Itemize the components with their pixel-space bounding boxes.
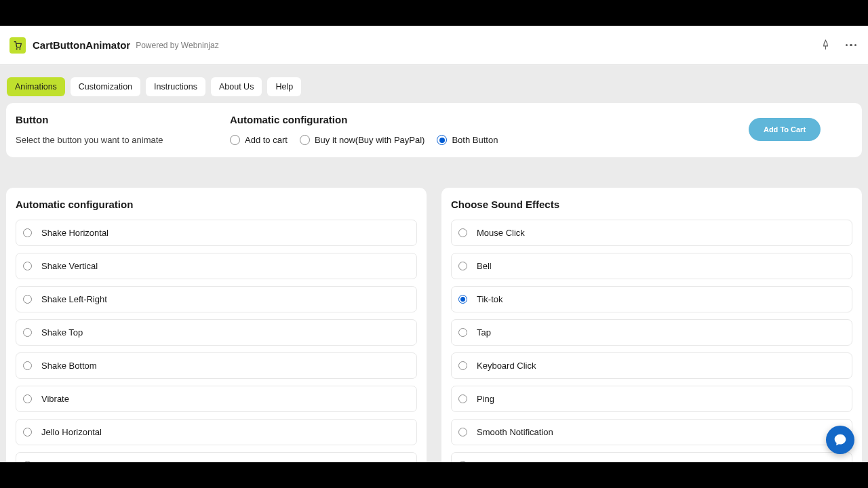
button-target-option[interactable]: Both Button (437, 135, 498, 145)
app-subtitle: Powered by Webninjaz (136, 41, 219, 50)
two-column-area: Automatic configuration Shake Horizontal… (0, 157, 868, 462)
sound-option[interactable]: Ping (451, 386, 852, 412)
tab-instructions[interactable]: Instructions (146, 77, 205, 96)
sound-list: Mouse ClickBellTik-tokTapKeyboard ClickP… (451, 220, 852, 462)
option-label: Notification (477, 460, 520, 462)
option-label: Mouse Click (477, 228, 525, 238)
button-section-desc: Select the button you want to animate (16, 135, 230, 145)
radio-icon (458, 228, 467, 237)
sound-panel-title: Choose Sound Effects (451, 199, 852, 210)
animation-panel-title: Automatic configuration (16, 199, 417, 210)
chat-fab[interactable] (826, 426, 854, 454)
animation-option[interactable]: Shake Top (16, 319, 417, 346)
app-header: CartButtonAnimator Powered by Webninjaz (0, 26, 868, 65)
radio-icon (458, 328, 467, 337)
auto-config-section: Automatic configuration Add to cartBuy i… (230, 114, 717, 145)
radio-icon (23, 428, 32, 436)
chat-icon (833, 433, 847, 447)
option-label: Tap (477, 327, 491, 338)
radio-icon (458, 295, 467, 304)
radio-icon (458, 394, 467, 403)
add-to-cart-preview-button[interactable]: Add To Cart (749, 118, 821, 141)
option-label: Shake Bottom (41, 361, 97, 371)
radio-icon (23, 361, 32, 370)
option-label: Bell (477, 261, 492, 271)
sound-option[interactable]: Notification (451, 452, 852, 462)
tab-about-us[interactable]: About Us (211, 77, 262, 96)
option-label: Shake Horizontal (41, 228, 108, 238)
animation-list: Shake HorizontalShake VerticalShake Left… (16, 220, 417, 462)
button-target-option[interactable]: Buy it now(Buy with PayPal) (300, 135, 425, 145)
tab-animations[interactable]: Animations (7, 77, 65, 96)
pin-icon[interactable] (818, 38, 833, 53)
top-config-panel: Button Select the button you want to ani… (6, 103, 862, 157)
radio-icon (458, 461, 467, 462)
button-radio-row: Add to cartBuy it now(Buy with PayPal)Bo… (230, 135, 717, 145)
app-title: CartButtonAnimator (33, 39, 130, 51)
radio-icon (458, 361, 467, 370)
tab-customization[interactable]: Customization (71, 77, 140, 96)
animation-option[interactable]: Jello Horizontal (16, 419, 417, 445)
radio-label: Buy it now(Buy with PayPal) (315, 135, 425, 145)
radio-icon (23, 461, 32, 462)
auto-config-title: Automatic configuration (230, 114, 717, 125)
button-section: Button Select the button you want to ani… (16, 114, 230, 145)
header-actions (818, 38, 859, 53)
tab-help[interactable]: Help (267, 77, 301, 96)
sound-option[interactable]: Bell (451, 253, 852, 279)
svg-point-1 (19, 48, 20, 49)
option-label: Jello Vertical (41, 460, 91, 462)
radio-icon (458, 262, 467, 270)
tabs-row: AnimationsCustomizationInstructionsAbout… (0, 65, 868, 103)
app-viewport: CartButtonAnimator Powered by Webninjaz … (0, 26, 868, 462)
animation-option[interactable]: Shake Left-Right (16, 286, 417, 312)
button-target-option[interactable]: Add to cart (230, 135, 288, 145)
radio-icon (23, 262, 32, 270)
more-icon[interactable] (844, 38, 859, 53)
sound-option[interactable]: Smooth Notification (451, 419, 852, 445)
sound-option[interactable]: Keyboard Click (451, 352, 852, 379)
option-label: Shake Top (41, 327, 83, 338)
radio-icon (23, 328, 32, 337)
preview-button-wrap: Add To Cart (717, 114, 852, 141)
animation-option[interactable]: Shake Horizontal (16, 220, 417, 246)
sound-panel: Choose Sound Effects Mouse ClickBellTik-… (441, 188, 862, 462)
option-label: Shake Left-Right (41, 294, 107, 304)
option-label: Smooth Notification (477, 427, 553, 437)
option-label: Keyboard Click (477, 361, 536, 371)
option-label: Vibrate (41, 394, 69, 404)
radio-icon (437, 135, 447, 145)
animation-option[interactable]: Shake Bottom (16, 352, 417, 379)
sound-option[interactable]: Tik-tok (451, 286, 852, 312)
radio-icon (458, 428, 467, 436)
sound-option[interactable]: Mouse Click (451, 220, 852, 246)
radio-label: Both Button (452, 135, 498, 145)
radio-icon (300, 135, 310, 145)
option-label: Jello Horizontal (41, 427, 102, 437)
radio-icon (230, 135, 240, 145)
sound-option[interactable]: Tap (451, 319, 852, 346)
radio-icon (23, 394, 32, 403)
option-label: Shake Vertical (41, 261, 98, 271)
svg-point-0 (16, 48, 18, 49)
animation-panel: Automatic configuration Shake Horizontal… (6, 188, 427, 462)
animation-option[interactable]: Jello Vertical (16, 452, 417, 462)
radio-icon (23, 228, 32, 237)
animation-option[interactable]: Shake Vertical (16, 253, 417, 279)
app-logo-icon (9, 37, 26, 54)
radio-label: Add to cart (245, 135, 288, 145)
option-label: Ping (477, 394, 494, 404)
radio-icon (23, 295, 32, 304)
button-section-title: Button (16, 114, 230, 125)
option-label: Tik-tok (477, 294, 503, 304)
animation-option[interactable]: Vibrate (16, 386, 417, 412)
